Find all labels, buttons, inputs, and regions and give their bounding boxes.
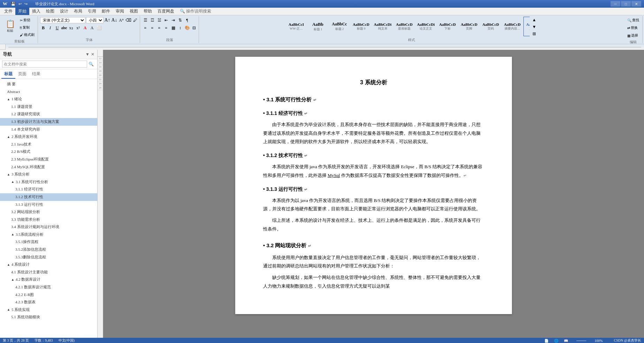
minimize-button[interactable]: ─ xyxy=(611,1,620,7)
nav-item-13[interactable]: 1.3 初步设计方法与实施方案 xyxy=(0,118,97,126)
close-button[interactable]: ✕ xyxy=(631,1,641,7)
font-size-select[interactable]: 小四 xyxy=(86,17,104,23)
style-scroll-down[interactable]: ▼ xyxy=(531,24,537,30)
strikethrough-button[interactable]: abc xyxy=(61,25,67,31)
menu-home[interactable]: 开始 xyxy=(15,8,29,15)
shading-button[interactable]: 🎨 xyxy=(184,25,190,31)
menu-search[interactable]: 🔍 操作说明搜索 xyxy=(177,8,214,15)
nav-item-ch1[interactable]: ▲ 1 绪论 xyxy=(0,95,97,103)
nav-item-423[interactable]: 4.2.3 数据表 xyxy=(0,298,97,306)
view-web[interactable]: 🌐 xyxy=(554,339,558,343)
nav-item-311[interactable]: 3.1.1 经济可行性 xyxy=(0,186,97,193)
underline-button[interactable]: U xyxy=(54,25,60,31)
menu-view[interactable]: 视图 xyxy=(127,8,141,15)
line-spacing-button[interactable]: ↕ xyxy=(177,25,183,31)
menu-help[interactable]: 帮助 xyxy=(141,8,155,15)
format-painter-button[interactable]: 🖌 格式刷 xyxy=(18,31,36,38)
nav-item-ch4[interactable]: ▲ 4 系统设计 xyxy=(0,261,97,268)
nav-item-422[interactable]: 4.2.2 E-R图 xyxy=(0,291,97,299)
numbered-list-button[interactable]: ☲ xyxy=(149,17,155,23)
superscript-button[interactable]: x² xyxy=(75,25,81,31)
style-subscript[interactable]: AaBbCcD 下标 xyxy=(437,17,458,36)
search-button[interactable]: 🔍 xyxy=(87,61,95,68)
nav-item-41[interactable]: 4.1 系统设计主要功能 xyxy=(0,268,97,276)
nav-item-ch2[interactable]: ▲ 2 系统开发环境 xyxy=(0,133,97,141)
subscript-button[interactable]: x₂ xyxy=(68,25,74,31)
show-marks-button[interactable]: ¶ xyxy=(184,17,190,23)
increase-indent-button[interactable]: ⇥ xyxy=(170,17,176,23)
nav-tab-results[interactable]: 结果 xyxy=(29,70,43,79)
style-abstract[interactable]: AaBbCcD 摘要内容… xyxy=(502,17,523,36)
style-h9[interactable]: AaBbCcD 标题 9 xyxy=(351,17,371,36)
style-body-selected[interactable]: AaBbCcI 正文… xyxy=(523,17,530,36)
zoom-slider[interactable]: ──── xyxy=(576,339,586,343)
sort-button[interactable]: ⇅ xyxy=(177,17,183,23)
nav-item-abstract[interactable]: 摘 要 xyxy=(0,80,97,88)
align-left-button[interactable]: ≡ xyxy=(142,25,148,31)
paste-button[interactable]: 📋 粘贴 xyxy=(3,17,17,36)
border-button[interactable]: ⊟ xyxy=(191,25,197,31)
nav-item-51[interactable]: 5.1 系统功能模块 xyxy=(0,313,97,321)
italic-button[interactable]: I xyxy=(47,25,53,31)
bullet-list-button[interactable]: ☰ xyxy=(142,17,148,23)
view-read[interactable]: 📖 xyxy=(564,339,568,343)
menu-mail[interactable]: 邮件 xyxy=(99,8,113,15)
maximize-button[interactable]: □ xyxy=(621,1,631,7)
font-name-select[interactable]: 宋体 (中文正文) xyxy=(40,17,85,23)
nav-item-21[interactable]: 2.1 Java技术 xyxy=(0,141,97,148)
view-mode[interactable]: 📄 xyxy=(544,339,549,343)
select-button[interactable]: ▦ 选择 xyxy=(626,32,640,39)
style-expand[interactable]: ⊞ xyxy=(531,31,537,37)
style-footer[interactable]: AaBbCcD 页脚 xyxy=(459,17,480,36)
nav-item-32[interactable]: 3.2 网站现状分析 xyxy=(0,208,97,216)
font-color-button[interactable]: A xyxy=(82,25,88,31)
nav-item-351[interactable]: 3.5.1操作流程 xyxy=(0,238,97,246)
nav-item-313[interactable]: 3.1.3 运行可行性 xyxy=(0,201,97,209)
nav-item-33[interactable]: 3.3 功能需求分析 xyxy=(0,216,97,224)
nav-item-11[interactable]: 1.1 课题背景 xyxy=(0,103,97,111)
nav-item-14[interactable]: 1.4 本文研究内容 xyxy=(0,126,97,133)
menu-review[interactable]: 审阅 xyxy=(113,8,127,15)
font-settings-button[interactable]: Aᵃ xyxy=(118,17,124,23)
nav-item-35[interactable]: ▲ 3.5系统流程分析 xyxy=(0,231,97,239)
nav-tab-headings[interactable]: 标题 xyxy=(1,70,15,79)
align-right-button[interactable]: ≡ xyxy=(156,25,162,31)
nav-item-353[interactable]: 3.5.3删除信息流程 xyxy=(0,254,97,261)
char-shading-button[interactable]: A xyxy=(89,25,95,31)
nav-item-22[interactable]: 2.2 B/S模式 xyxy=(0,148,97,156)
nav-tab-pages[interactable]: 页面 xyxy=(15,70,29,79)
style-ww[interactable]: AaBbCcI WW-正… xyxy=(286,17,307,36)
style-h1[interactable]: AaBb 标题 1 xyxy=(307,17,328,36)
column-button[interactable]: ▦ xyxy=(170,25,176,31)
justify-button[interactable]: ≡ xyxy=(163,25,169,31)
redo-icon[interactable]: ↪ xyxy=(24,2,28,6)
nav-item-12[interactable]: 1.2 课题研究现状 xyxy=(0,110,97,118)
shrink-font-button[interactable]: A↓ xyxy=(111,17,117,23)
menu-design[interactable]: 设计 xyxy=(57,8,71,15)
nav-item-34[interactable]: 3.4 系统设计规则与运行环境 xyxy=(0,223,97,231)
char-border-button[interactable]: ⬜ xyxy=(96,25,102,31)
nav-item-23[interactable]: 2.3 MyEclipse环境配置 xyxy=(0,156,97,163)
nav-item-42[interactable]: ▲ 4.2 数据库设计 xyxy=(0,276,97,283)
nav-item-abstract-en[interactable]: Abstract xyxy=(0,88,97,96)
nav-search-input[interactable] xyxy=(2,61,87,68)
clear-format-button[interactable]: ⌫ xyxy=(125,17,131,23)
menu-baidu[interactable]: 百度网盘 xyxy=(155,8,177,15)
nav-item-31[interactable]: ▲ 3.1 系统可行性分析 xyxy=(0,178,97,186)
nav-item-421[interactable]: 4.2.1 数据库设计规范 xyxy=(0,283,97,291)
quick-save-icon[interactable]: 💾 xyxy=(11,2,16,6)
nav-options-button[interactable]: ▼ xyxy=(85,52,90,57)
copy-button[interactable]: ⎘ 复制 xyxy=(18,24,36,31)
style-plain[interactable]: AaBbCcDi 纯文本 xyxy=(372,17,393,36)
nav-item-ch5[interactable]: ▲ 5 系统实现 xyxy=(0,306,97,314)
grow-font-button[interactable]: A↑ xyxy=(104,17,110,23)
style-thesis-body[interactable]: AaBbCcDi 论文正文 xyxy=(415,17,436,36)
align-center-button[interactable]: ≡ xyxy=(149,25,155,31)
style-pagenum[interactable]: AaBbCcD 页码 xyxy=(480,17,501,36)
nav-item-312[interactable]: 3.1.2 技术可行性 xyxy=(0,193,97,201)
replace-button[interactable]: ⇄ 替换 xyxy=(626,24,639,31)
nav-item-ch3[interactable]: ▲ 3 系统分析 xyxy=(0,171,97,178)
nav-item-24[interactable]: 2.4 MySQL环境配置 xyxy=(0,163,97,171)
highlight-button[interactable]: 🖊 xyxy=(132,17,138,23)
menu-layout[interactable]: 布局 xyxy=(71,8,85,15)
